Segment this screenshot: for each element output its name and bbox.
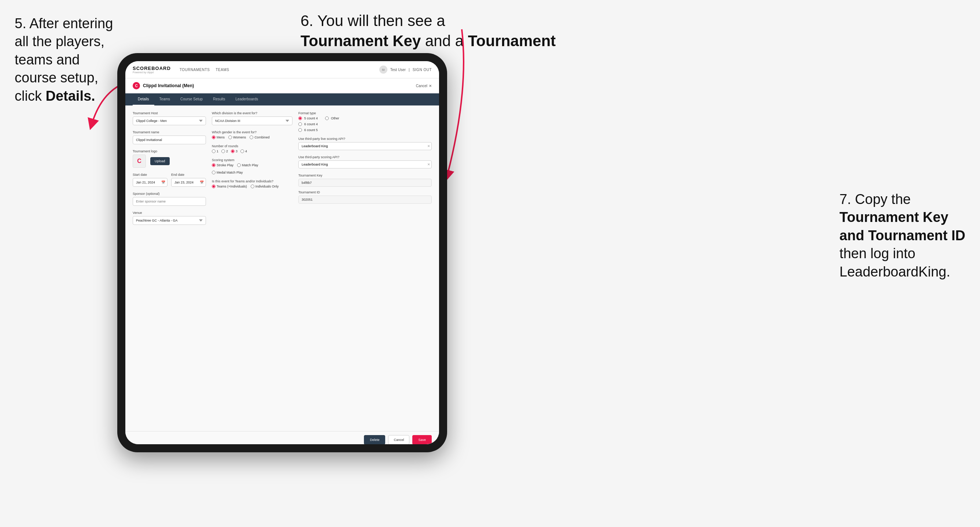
nav-teams[interactable]: TEAMS [215, 66, 229, 73]
tablet-frame: SCOREBOARD Powered by clippd TOURNAMENTS… [117, 53, 447, 452]
tournament-name-input[interactable] [133, 135, 206, 144]
user-avatar: SI [379, 65, 387, 74]
format-6count5-radio[interactable] [298, 128, 302, 132]
tab-details[interactable]: Details [133, 94, 154, 105]
app-header: SCOREBOARD Powered by clippd TOURNAMENTS… [125, 61, 439, 78]
annotation-bottom-right-text: 7. Copy the Tournament Key and Tournamen… [840, 192, 965, 279]
format-6count4: 6 count 4 [298, 122, 318, 126]
third-party-1-label: Use third-party live scoring API? [298, 137, 432, 141]
tournament-key-value: b4f8b7 [298, 179, 432, 187]
tournament-logo-label: Tournament logo [133, 149, 206, 153]
gender-label: Which gender is the event for? [212, 130, 293, 134]
format-other: Other [325, 116, 339, 120]
third-party-1-clear-button[interactable]: ✕ [427, 144, 430, 148]
tournament-id-value: 302051 [298, 195, 432, 204]
individuals-only[interactable]: Individuals Only [251, 184, 279, 188]
format-5count4-radio[interactable] [298, 116, 302, 120]
rounds-radio-group: 1 2 3 4 [212, 149, 293, 153]
scoring-group: Scoring system Stroke Play Match Play [212, 158, 293, 174]
format-options-container: 5 count 4 6 count 4 6 count 5 [298, 116, 432, 132]
format-5count4-label: 5 count 4 [304, 116, 318, 120]
tournament-name-label: Tournament name [133, 130, 206, 134]
gender-radio-group: Mens Womens Combined [212, 135, 293, 139]
scoreboard-logo: SCOREBOARD Powered by clippd [133, 65, 171, 74]
teams-plus-individuals[interactable]: Teams (+Individuals) [212, 184, 247, 188]
annotation-bottom-right: 7. Copy the Tournament Key and Tournamen… [840, 190, 965, 281]
scoring-label: Scoring system [212, 158, 293, 162]
format-5count4: 5 count 4 [298, 116, 318, 120]
content-wrapper: Tournament Host Clippd College - Men Tou… [125, 105, 439, 444]
tournament-title-row: C Clippd Invitational (Men) [133, 82, 194, 89]
tournament-logo: C [133, 82, 140, 89]
format-6count5-label: 6 count 5 [304, 128, 318, 132]
sponsor-label: Sponsor (optional) [133, 192, 206, 195]
format-6count4-radio[interactable] [298, 122, 302, 126]
upload-button[interactable]: Upload [150, 157, 170, 165]
third-party-2-group: Use third-party scoring API? ✕ [298, 155, 432, 168]
tournament-cancel-button[interactable]: Cancel ✕ [416, 84, 432, 88]
third-party-1-input[interactable] [298, 142, 432, 150]
scoring-medal[interactable]: Medal Match Play [212, 171, 243, 174]
gender-mens[interactable]: Mens [212, 135, 225, 139]
scoring-stroke[interactable]: Stroke Play [212, 163, 234, 167]
third-party-2-input[interactable] [298, 160, 432, 168]
round-4[interactable]: 4 [240, 149, 247, 153]
format-options-left: 5 count 4 6 count 4 6 count 5 [298, 116, 318, 132]
venue-label: Venue [133, 211, 206, 214]
sponsor-input[interactable] [133, 197, 206, 206]
nav-tournaments[interactable]: TOURNAMENTS [180, 66, 210, 73]
left-column: Tournament Host Clippd College - Men Tou… [133, 111, 206, 425]
header-nav: TOURNAMENTS TEAMS [180, 66, 371, 73]
tab-teams[interactable]: Teams [154, 94, 175, 105]
round-1[interactable]: 1 [212, 149, 218, 153]
tablet-screen: SCOREBOARD Powered by clippd TOURNAMENTS… [125, 61, 439, 444]
date-row: Start date 📅 End date 📅 [133, 173, 206, 187]
tournament-host-select[interactable]: Clippd College - Men [133, 116, 206, 125]
tabs-bar: Details Teams Course Setup Results Leade… [125, 94, 439, 105]
start-date-field: Start date 📅 [133, 173, 167, 187]
gender-womens[interactable]: Womens [228, 135, 246, 139]
brand-subtitle: Powered by clippd [133, 71, 171, 74]
division-select[interactable]: NCAA Division III [212, 116, 293, 125]
rounds-label: Number of rounds [212, 144, 293, 148]
scoring-match[interactable]: Match Play [237, 163, 258, 167]
tab-leaderboards[interactable]: Leaderboards [231, 94, 264, 105]
third-party-1-input-wrap: ✕ [298, 142, 432, 150]
save-button[interactable]: Save [412, 435, 432, 444]
tournament-logo-group: Tournament logo C Upload [133, 149, 206, 168]
round-3[interactable]: 3 [231, 149, 237, 153]
format-other-label: Other [331, 116, 339, 120]
end-date-field: End date 📅 [171, 173, 206, 187]
brand-title: SCOREBOARD [133, 65, 171, 71]
form-footer: Delete Cancel Save [125, 431, 439, 444]
format-other-radio[interactable] [325, 116, 329, 120]
teams-label: Is this event for Teams and/or Individua… [212, 179, 293, 183]
tournament-name: Clippd Invitational (Men) [143, 83, 194, 88]
tab-course-setup[interactable]: Course Setup [175, 94, 208, 105]
tournament-name-group: Tournament name [133, 130, 206, 144]
rounds-group: Number of rounds 1 2 [212, 144, 293, 153]
tab-results[interactable]: Results [208, 94, 230, 105]
sign-out-button[interactable]: Sign out [413, 66, 432, 73]
teams-group: Is this event for Teams and/or Individua… [212, 179, 293, 188]
tournament-id-label: Tournament ID [298, 190, 432, 194]
tournament-header: C Clippd Invitational (Men) Cancel ✕ [125, 78, 439, 94]
format-options-right: Other [325, 116, 339, 132]
venue-select[interactable]: Peachtree GC - Atlanta - GA [133, 216, 206, 225]
third-party-2-input-wrap: ✕ [298, 160, 432, 168]
round-2[interactable]: 2 [221, 149, 228, 153]
tournament-key-label: Tournament Key [298, 174, 432, 177]
logo-upload-area: C Upload [133, 154, 206, 168]
gender-combined[interactable]: Combined [250, 135, 269, 139]
start-date-label: Start date [133, 173, 167, 176]
delete-button[interactable]: Delete [364, 435, 385, 444]
third-party-2-clear-button[interactable]: ✕ [427, 163, 430, 166]
header-right: SI Test User | Sign out [379, 65, 432, 74]
calendar-icon-end: 📅 [200, 181, 204, 184]
scoring-radio-group: Stroke Play Match Play Medal Match Play [212, 163, 293, 174]
sponsor-group: Sponsor (optional) [133, 192, 206, 206]
cancel-button[interactable]: Cancel [388, 435, 409, 444]
tournament-host-label: Tournament Host [133, 111, 206, 115]
middle-column: Which division is the event for? NCAA Di… [212, 111, 293, 425]
user-name: Test User [390, 68, 406, 72]
